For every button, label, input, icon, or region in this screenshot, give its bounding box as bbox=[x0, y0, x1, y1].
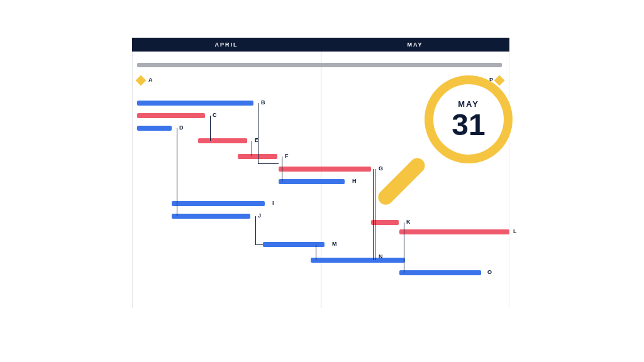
connector bbox=[404, 222, 404, 273]
task-k-label: K bbox=[406, 219, 411, 225]
task-e-bar bbox=[198, 138, 247, 143]
connector bbox=[177, 128, 177, 216]
task-f-label: F bbox=[285, 153, 289, 159]
magnifier-icon: MAY 31 bbox=[402, 75, 528, 201]
connector bbox=[373, 169, 374, 260]
task-c-bar bbox=[137, 113, 205, 118]
month-header: APRIL MAY bbox=[132, 38, 509, 52]
task-g-label: G bbox=[379, 165, 383, 172]
magnifier-lens: MAY 31 bbox=[433, 84, 504, 155]
connector bbox=[316, 244, 316, 260]
connector bbox=[252, 141, 252, 156]
chart-left-border bbox=[132, 52, 133, 308]
task-o-bar bbox=[399, 270, 481, 275]
task-n-bar bbox=[311, 258, 405, 263]
task-n-label: N bbox=[379, 253, 383, 260]
task-m-label: M bbox=[332, 241, 337, 247]
task-i-bar bbox=[172, 201, 265, 206]
connector bbox=[210, 116, 211, 141]
summary-bar bbox=[137, 63, 502, 67]
task-j-label: J bbox=[258, 212, 261, 219]
task-b-bar bbox=[137, 101, 253, 106]
task-b-label: B bbox=[261, 99, 265, 106]
milestone-a-label: A bbox=[148, 77, 153, 83]
connector bbox=[255, 216, 256, 244]
connector bbox=[258, 163, 279, 164]
task-h-label: H bbox=[352, 178, 357, 184]
connector bbox=[258, 103, 258, 163]
task-i-label: I bbox=[272, 200, 274, 206]
task-l-bar bbox=[399, 229, 509, 234]
header-april: APRIL bbox=[132, 38, 321, 52]
magnifier-ring: MAY 31 bbox=[425, 75, 513, 163]
milestone-a-icon bbox=[136, 75, 147, 86]
connector bbox=[375, 169, 375, 260]
task-l-label: L bbox=[513, 228, 517, 234]
connector bbox=[255, 244, 263, 245]
task-d-bar bbox=[137, 126, 172, 131]
magnifier-month: MAY bbox=[458, 99, 479, 109]
connector bbox=[282, 156, 282, 182]
task-g-bar bbox=[279, 167, 371, 172]
task-d-label: D bbox=[179, 124, 184, 131]
task-h-bar bbox=[279, 179, 345, 184]
magnifier-day: 31 bbox=[452, 110, 485, 140]
task-j-bar bbox=[172, 214, 250, 219]
task-c-label: C bbox=[213, 112, 217, 118]
task-o-label: O bbox=[487, 269, 492, 275]
header-may: MAY bbox=[321, 38, 509, 52]
